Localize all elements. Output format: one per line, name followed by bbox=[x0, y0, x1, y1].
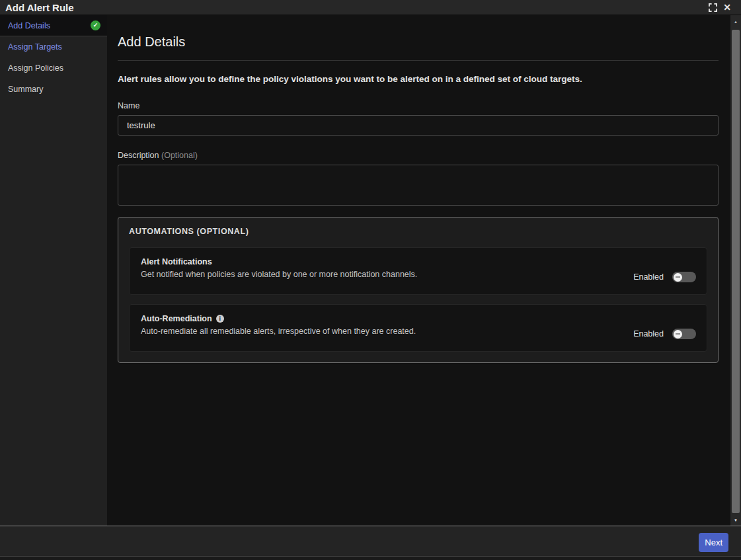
auto-remediation-toggle[interactable] bbox=[672, 329, 696, 339]
alert-notifications-description: Get notified when policies are violated … bbox=[141, 270, 417, 279]
step-content-panel: Add Details Alert rules allow you to def… bbox=[107, 15, 730, 526]
auto-remediation-toggle-label: Enabled bbox=[633, 329, 664, 339]
description-textarea[interactable] bbox=[118, 165, 719, 206]
step-complete-check-icon: ✓ bbox=[91, 20, 100, 30]
next-button[interactable]: Next bbox=[699, 533, 728, 552]
dialog-title: Add Alert Rule bbox=[5, 2, 74, 13]
toggle-knob-minus-icon bbox=[674, 273, 682, 282]
alert-notifications-card: Alert Notifications Get notified when po… bbox=[129, 247, 707, 295]
description-optional-hint: (Optional) bbox=[161, 151, 198, 160]
footer-edge bbox=[0, 556, 741, 560]
sidebar-item-assign-policies[interactable]: Assign Policies bbox=[0, 58, 107, 79]
scrollbar-thumb[interactable] bbox=[732, 30, 740, 513]
dialog-footer: Next bbox=[0, 526, 741, 560]
auto-remediation-card: Auto-Remediation i Auto-remediate all re… bbox=[129, 304, 707, 352]
sidebar-item-add-details[interactable]: Add Details ✓ bbox=[0, 15, 107, 36]
step-label: Summary bbox=[8, 85, 43, 94]
step-label: Assign Policies bbox=[8, 63, 63, 73]
scroll-down-icon[interactable]: ▼ bbox=[730, 515, 741, 526]
card-text: Auto-Remediation i Auto-remediate all re… bbox=[141, 314, 416, 351]
page-title: Add Details bbox=[118, 34, 719, 49]
scroll-up-icon[interactable]: ▲ bbox=[730, 15, 741, 28]
auto-remediation-description: Auto-remediate all remediable alerts, ir… bbox=[141, 327, 416, 336]
intro-text: Alert rules allow you to define the poli… bbox=[118, 74, 719, 84]
alert-notifications-title: Alert Notifications bbox=[141, 257, 212, 266]
name-field-label: Name bbox=[118, 101, 719, 110]
info-icon[interactable]: i bbox=[216, 315, 224, 323]
footer-bar: Next bbox=[0, 526, 741, 556]
name-input[interactable] bbox=[118, 115, 719, 136]
dialog-body: Add Details ✓ Assign Targets Assign Poli… bbox=[0, 15, 741, 526]
description-field-label: Description (Optional) bbox=[118, 151, 719, 160]
toggle-knob-minus-icon bbox=[674, 330, 682, 339]
fullscreen-icon[interactable] bbox=[705, 1, 720, 14]
auto-remediation-title: Auto-Remediation bbox=[141, 314, 212, 323]
title-divider bbox=[118, 60, 719, 61]
card-controls: Enabled bbox=[633, 260, 696, 294]
automations-section-title: AUTOMATIONS (OPTIONAL) bbox=[129, 227, 707, 236]
card-text: Alert Notifications Get notified when po… bbox=[141, 257, 417, 294]
alert-notifications-toggle-label: Enabled bbox=[633, 272, 664, 282]
automations-section: AUTOMATIONS (OPTIONAL) Alert Notificatio… bbox=[118, 217, 719, 363]
vertical-scrollbar[interactable]: ▲ ▼ bbox=[730, 15, 741, 526]
step-label: Add Details bbox=[8, 21, 50, 30]
close-icon[interactable]: ✕ bbox=[720, 1, 734, 14]
dialog-header: Add Alert Rule ✕ bbox=[0, 0, 741, 15]
sidebar-item-summary[interactable]: Summary bbox=[0, 79, 107, 100]
description-label-text: Description bbox=[118, 151, 159, 160]
card-controls: Enabled bbox=[633, 317, 696, 351]
sidebar-item-assign-targets[interactable]: Assign Targets bbox=[0, 36, 107, 58]
alert-notifications-toggle[interactable] bbox=[672, 272, 696, 282]
wizard-step-sidebar: Add Details ✓ Assign Targets Assign Poli… bbox=[0, 15, 107, 526]
step-label: Assign Targets bbox=[8, 42, 62, 52]
